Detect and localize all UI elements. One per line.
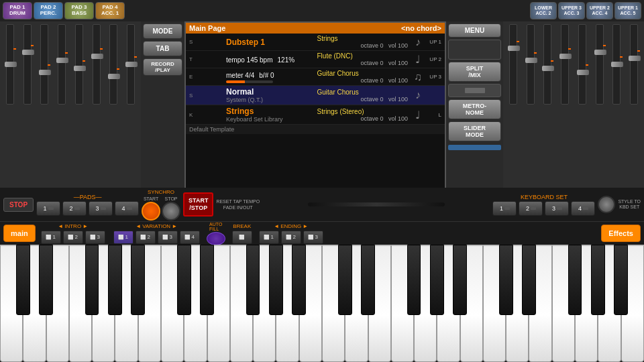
pad-perc[interactable]: PAD 2 PERC. [34,2,63,19]
fader-7[interactable] [109,24,117,105]
pad-upper2[interactable]: UPPER 2 ACC. 4 [586,2,613,19]
fader-8[interactable] [127,24,135,105]
intro-btn-3[interactable]: ⬜3 [85,231,105,244]
fader-3[interactable] [40,24,48,105]
display-row-3[interactable]: S Normal System (Q.T.) Guitar Chorus oct… [186,86,445,105]
variation-btn-4[interactable]: ⬜4 [180,231,200,244]
row-tag-2: E [189,74,226,80]
default-template: Default Template [189,126,234,133]
black-key-18[interactable] [430,245,444,315]
black-key-17[interactable] [407,245,421,315]
synchro-start-button[interactable] [142,202,160,221]
tempo-pct: 121% [278,56,295,64]
split-mix-controls [448,84,501,97]
break-button[interactable]: ⬜ [232,231,252,244]
rfader-6[interactable] [596,24,604,105]
synchro-stop-button[interactable] [162,202,180,221]
black-key-14[interactable] [338,245,352,315]
black-key-7[interactable] [177,245,191,315]
style-name-0: Dubstep 1 [226,38,317,47]
black-key-1[interactable] [39,245,53,315]
synchro-start-group: START [142,196,160,221]
black-key-12[interactable] [292,245,306,315]
black-key-3[interactable] [85,245,99,315]
pad-drum[interactable]: PAD 1 DRUM [3,2,32,19]
slider-mode-bar[interactable] [448,145,501,150]
main-button[interactable]: main [3,225,36,242]
menu-button[interactable]: MENU [448,23,501,38]
black-key-26[interactable] [614,245,628,315]
tab-button[interactable]: TAB [143,41,182,56]
mode-button[interactable]: MODE [143,23,182,39]
pad-small-2[interactable]: 2 [62,201,87,216]
variation-btn-2[interactable]: ⬜2 [136,231,156,244]
black-key-22[interactable] [522,245,536,315]
kbd-set-1[interactable]: 1 [492,201,517,216]
ending-buttons: ⬜1 ⬜2 ⬜3 [259,231,323,244]
black-key-5[interactable] [131,245,145,315]
menu-display [448,40,501,60]
display-row-1[interactable]: T tempo 145 bpm 121% Flute (DNC) octave … [186,51,445,68]
split-mix-button[interactable]: SPLIT /MIX [448,62,501,82]
black-key-15[interactable] [361,245,375,315]
black-key-25[interactable] [591,245,605,315]
metronome-button[interactable]: METRO- NOME [448,99,501,119]
black-key-24[interactable] [568,245,582,315]
black-key-0[interactable] [16,245,30,315]
display-row-4[interactable]: K Strings Keyboard Set Library Strings (… [186,105,445,125]
variation-btn-1[interactable]: ⬜1 [113,231,133,244]
auto-fill-button[interactable] [207,232,225,245]
style-sub-4: Keyboard Set Library [226,116,317,123]
black-key-10[interactable] [246,245,260,315]
rfader-8[interactable] [630,24,638,105]
pad-bass[interactable]: PAD 3 BASS [64,2,94,19]
rfader-7[interactable] [612,24,621,105]
pad-upper3[interactable]: UPPER 3 ACC. 3 [558,2,585,19]
split-slider[interactable] [465,88,485,93]
kbd-set-3[interactable]: 3 [545,201,569,216]
ending-btn-3[interactable]: ⬜3 [303,231,323,244]
pad-lower[interactable]: LOWER ACC. 2 [530,2,557,19]
ending-btn-2[interactable]: ⬜2 [281,231,301,244]
black-key-11[interactable] [269,245,283,315]
fader-4[interactable] [58,24,66,105]
record-play-button[interactable]: RECORD /PLAY [143,58,182,76]
fader-5[interactable] [75,24,83,105]
pad-small-3[interactable]: 3 [89,201,113,216]
fader-6[interactable] [93,24,101,105]
fader-1[interactable] [6,24,14,105]
black-key-19[interactable] [453,245,467,315]
style-to-kbd-label: STYLE TO KBD SET [618,199,641,209]
start-stop-button[interactable]: START /STOP [183,192,213,217]
black-key-4[interactable] [108,245,122,315]
rfader-4[interactable] [561,24,569,105]
display-row-0[interactable]: S Dubstep 1 Strings octave 0 vol 100 ♪ U… [186,34,445,51]
top-pads-row: PAD 1 DRUM PAD 2 PERC. PAD 3 BASS PAD 4 … [0,0,644,21]
rfader-5[interactable] [578,24,586,105]
black-key-21[interactable] [499,245,513,315]
rfader-2[interactable] [527,24,535,105]
variation-btn-3[interactable]: ⬜3 [158,231,178,244]
display-row-2[interactable]: E meter 4/4 b/# 0 Guitar Chorus octave 0… [186,68,445,86]
ending-btn-1[interactable]: ⬜1 [259,231,279,244]
pad-acc1[interactable]: PAD 4 ACC. 1 [95,2,125,19]
pad-upper1[interactable]: UPPER 1 ACC. 5 [614,2,641,19]
rfader-1[interactable] [509,24,517,105]
slider-mode-button[interactable]: SLIDER MODE [448,121,501,141]
effects-button[interactable]: Effects [601,225,641,242]
kbd-set-2[interactable]: 2 [519,201,543,216]
pad-small-4[interactable]: 4 [115,201,139,216]
intro-label: ◄ INTRO ► [58,223,88,229]
style-to-kbd-button[interactable] [598,196,615,213]
black-key-8[interactable] [200,245,214,315]
rfader-3[interactable] [543,24,551,105]
intro-section: ◄ INTRO ► ⬜1 ⬜2 ⬜3 [41,223,105,244]
intro-btn-1[interactable]: ⬜1 [41,231,61,244]
piano-keys [0,245,644,362]
intro-btn-2[interactable]: ⬜2 [63,231,83,244]
pad-small-1[interactable]: 1 [36,201,60,216]
kbd-set-4[interactable]: 4 [571,201,595,216]
octave-vol-4: octave 0 vol 100 [317,115,409,122]
stop-button[interactable]: STOP [3,198,34,212]
fader-2[interactable] [23,24,32,105]
